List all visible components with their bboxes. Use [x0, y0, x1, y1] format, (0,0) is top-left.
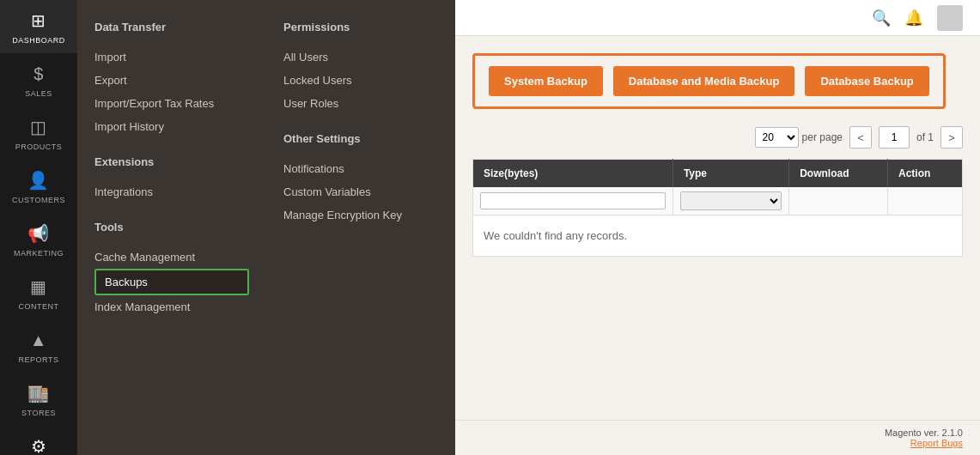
sidebar-item-label-reports: REPORTS [19, 355, 59, 364]
topbar: 🔍 🔔 [455, 0, 980, 36]
menu-col-2: Permissions All Users Locked Users User … [266, 17, 455, 438]
reports-icon: ▲ [27, 328, 51, 352]
col-header-action: Action [888, 160, 963, 188]
sidebar-item-sales[interactable]: $ SALES [0, 53, 77, 106]
sidebar-item-label-customers: CUSTOMERS [12, 196, 65, 204]
sidebar-item-marketing[interactable]: 📢 MARKETING [0, 213, 77, 266]
sidebar-item-stores[interactable]: 🏬 STORES [0, 373, 77, 426]
sidebar-item-label-products: PRODUCTS [15, 143, 63, 151]
tools-title: Tools [94, 221, 249, 234]
col-header-size: Size(bytes) [473, 160, 673, 188]
menu-item-export[interactable]: Export [94, 69, 249, 92]
sidebar-item-label-stores: STORES [21, 409, 56, 417]
menu-item-backups[interactable]: Backups [94, 269, 249, 295]
db-media-backup-button[interactable]: Database and Media Backup [613, 66, 795, 96]
other-settings-section: Other Settings Notifications Custom Vari… [283, 132, 438, 227]
bell-icon[interactable]: 🔔 [904, 9, 923, 27]
sidebar-item-reports[interactable]: ▲ REPORTS [0, 319, 77, 373]
sidebar-item-system[interactable]: ⚙ SYSTEM [0, 426, 77, 455]
report-bugs-link[interactable]: Report Bugs [910, 438, 963, 448]
menu-item-import[interactable]: Import [94, 46, 249, 69]
per-page-select: 20 50 100 per page [755, 127, 843, 148]
extensions-title: Extensions [94, 155, 249, 168]
sidebar: ⊞ DASHBOARD $ SALES ◫ PRODUCTS 👤 CUSTOME… [0, 0, 77, 455]
no-records-message: We couldn't find any records. [484, 229, 627, 242]
table-filter-row: Database Media System [473, 187, 963, 215]
extensions-section: Extensions Integrations [94, 155, 249, 203]
sidebar-item-label-marketing: MARKETING [14, 249, 64, 258]
sidebar-item-label-content: CONTENT [19, 302, 59, 311]
menu-item-notifications[interactable]: Notifications [283, 157, 438, 180]
db-backup-button[interactable]: Database Backup [805, 66, 928, 96]
backups-table: Size(bytes) Type Download Action Databas… [472, 159, 963, 257]
menu-item-manage-encryption-key[interactable]: Manage Encryption Key [283, 203, 438, 227]
system-dropdown-menu: Data Transfer Import Export Import/Expor… [77, 0, 455, 455]
sales-icon: $ [27, 62, 51, 86]
avatar[interactable] [937, 5, 963, 31]
magento-version: Magento ver. 2.1.0 [885, 428, 963, 438]
marketing-icon: 📢 [27, 221, 51, 246]
prev-page-button[interactable]: < [849, 126, 872, 149]
menu-item-locked-users[interactable]: Locked Users [283, 69, 438, 92]
data-transfer-title: Data Transfer [94, 21, 249, 33]
menu-col-1: Data Transfer Import Export Import/Expor… [77, 17, 266, 438]
backup-buttons-container: System Backup Database and Media Backup … [472, 53, 946, 109]
menu-item-custom-variables[interactable]: Custom Variables [283, 180, 438, 203]
other-settings-title: Other Settings [283, 132, 438, 145]
page-body: System Backup Database and Media Backup … [455, 36, 980, 420]
stores-icon: 🏬 [27, 381, 51, 405]
dashboard-icon: ⊞ [27, 9, 51, 33]
pagination-row: 20 50 100 per page < of 1 > [472, 126, 963, 149]
no-records-row: We couldn't find any records. [473, 215, 963, 257]
system-icon: ⚙ [27, 434, 51, 455]
customers-icon: 👤 [27, 168, 51, 192]
menu-item-cache-management[interactable]: Cache Management [94, 246, 249, 269]
tools-section: Tools Cache Management Backups Index Man… [94, 221, 249, 318]
search-icon[interactable]: 🔍 [872, 9, 891, 27]
sidebar-item-label-sales: SALES [25, 89, 52, 98]
size-filter-input[interactable] [480, 192, 666, 209]
menu-item-integrations[interactable]: Integrations [94, 180, 249, 203]
sidebar-item-label-dashboard: DASHBOARD [12, 36, 65, 45]
sidebar-item-customers[interactable]: 👤 CUSTOMERS [0, 160, 77, 213]
sidebar-item-products[interactable]: ◫ PRODUCTS [0, 106, 77, 160]
total-pages-label: of 1 [916, 131, 934, 143]
col-header-download: Download [789, 160, 888, 188]
system-backup-button[interactable]: System Backup [489, 66, 603, 96]
type-filter-select[interactable]: Database Media System [680, 191, 782, 210]
sidebar-item-content[interactable]: ▦ CONTENT [0, 266, 77, 319]
menu-item-import-history[interactable]: Import History [94, 115, 249, 138]
current-page-input[interactable] [879, 126, 910, 149]
products-icon: ◫ [27, 115, 51, 139]
menu-item-import-export-tax-rates[interactable]: Import/Export Tax Rates [94, 92, 249, 115]
permissions-title: Permissions [283, 21, 438, 33]
main-content: 🔍 🔔 System Backup Database and Media Bac… [455, 0, 980, 455]
per-page-label: per page [802, 131, 843, 143]
content-icon: ▦ [27, 275, 51, 299]
page-footer: Magento ver. 2.1.0 Report Bugs [455, 420, 980, 455]
per-page-dropdown[interactable]: 20 50 100 [755, 127, 799, 148]
menu-item-index-management[interactable]: Index Management [94, 295, 249, 318]
menu-item-user-roles[interactable]: User Roles [283, 92, 438, 115]
sidebar-item-dashboard[interactable]: ⊞ DASHBOARD [0, 0, 77, 53]
menu-item-all-users[interactable]: All Users [283, 46, 438, 69]
next-page-button[interactable]: > [940, 126, 963, 149]
col-header-type: Type [673, 160, 788, 188]
